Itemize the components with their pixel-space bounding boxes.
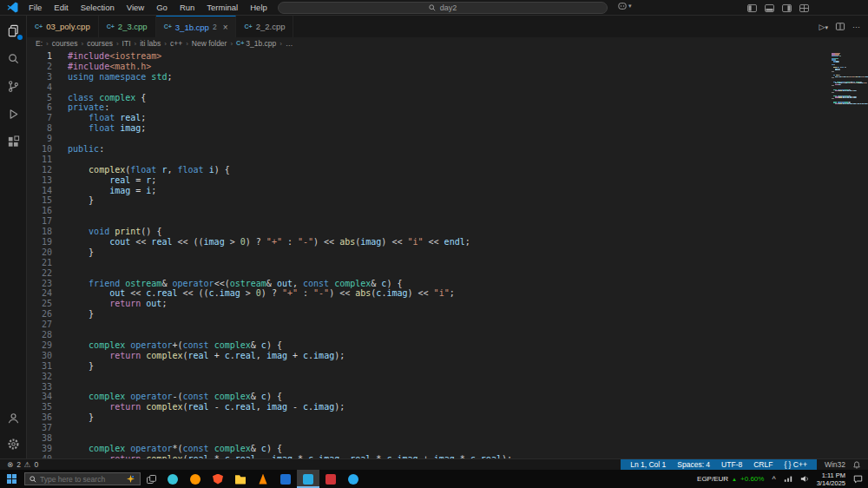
split-editor-icon[interactable]	[836, 23, 845, 30]
tab-2_2.cpp[interactable]: C+2_2.cpp	[236, 16, 293, 37]
line-number[interactable]: 16	[27, 206, 52, 216]
line-number[interactable]: 2	[27, 62, 52, 72]
line-number[interactable]: 30	[27, 351, 52, 361]
toggle-panel-icon[interactable]	[765, 4, 774, 12]
source-control-button[interactable]	[6, 79, 21, 94]
line-number[interactable]: 35	[27, 402, 52, 412]
problems-button[interactable]: ⊗ 2 ⚠ 0	[7, 460, 38, 469]
search-button[interactable]	[6, 51, 21, 66]
menu-run[interactable]: Run	[174, 0, 201, 16]
line-number[interactable]: 14	[27, 186, 52, 196]
line-number[interactable]: 10	[27, 144, 52, 155]
menu-terminal[interactable]: Terminal	[201, 0, 244, 16]
more-actions-icon[interactable]: ···	[852, 23, 860, 31]
line-number[interactable]: 37	[27, 423, 52, 433]
action-center-icon[interactable]	[853, 474, 863, 484]
line-number[interactable]: 18	[27, 227, 52, 237]
breadcrumb-item[interactable]: E:	[36, 39, 43, 48]
task-view-button[interactable]	[141, 470, 161, 488]
indentation[interactable]: Spaces: 4	[677, 460, 710, 469]
close-icon[interactable]: ×	[223, 23, 228, 32]
language-mode[interactable]: { } C++	[784, 460, 807, 469]
menu-view[interactable]: View	[121, 0, 150, 16]
breadcrumb-item[interactable]: ITI	[122, 39, 131, 48]
toggle-sidebar-icon[interactable]	[747, 4, 757, 12]
line-number[interactable]: 4	[27, 82, 52, 93]
code-area[interactable]: #include<iostream>#include<math.h>using …	[62, 49, 828, 458]
line-number[interactable]: 9	[27, 134, 52, 144]
taskbar-app-brave[interactable]	[207, 470, 229, 488]
line-number[interactable]: 13	[27, 175, 52, 186]
tab-03_poly.cpp[interactable]: C+03_poly.cpp	[27, 16, 99, 37]
breadcrumb-item[interactable]: courses	[87, 39, 113, 48]
account-button[interactable]	[6, 411, 21, 425]
line-number[interactable]: 5	[27, 93, 52, 103]
command-center-search[interactable]: day2	[278, 2, 608, 14]
volume-icon[interactable]	[800, 475, 809, 483]
start-button[interactable]	[0, 470, 23, 488]
breadcrumb-item[interactable]: New folder	[192, 39, 227, 48]
line-number[interactable]: 32	[27, 372, 52, 382]
line-number[interactable]: 8	[27, 123, 52, 134]
line-number[interactable]: 27	[27, 320, 52, 330]
run-file-button[interactable]: ▷▾	[819, 23, 828, 31]
network-icon[interactable]	[784, 475, 792, 483]
line-number[interactable]: 7	[27, 113, 52, 123]
line-number[interactable]: 31	[27, 361, 52, 372]
taskbar-app-vlc[interactable]	[252, 470, 274, 488]
line-number[interactable]: 11	[27, 155, 52, 165]
taskbar-search-input[interactable]	[40, 475, 123, 484]
hidden-icons-chevron[interactable]: ^	[772, 475, 775, 484]
line-number[interactable]: 3	[27, 72, 52, 82]
line-number[interactable]: 17	[27, 216, 52, 227]
toggle-secondary-sidebar-icon[interactable]	[782, 4, 792, 12]
taskbar-app-photos[interactable]	[319, 470, 342, 488]
tab-3_1b.cpp[interactable]: C+3_1b.cpp2×	[156, 16, 237, 37]
notifications-bell-icon[interactable]	[853, 461, 860, 469]
taskbar-clock[interactable]: 1:11 PM 3/14/2025	[817, 472, 845, 487]
eol-sequence[interactable]: CRLF	[753, 460, 773, 469]
line-number[interactable]: 22	[27, 268, 52, 279]
encoding[interactable]: UTF-8	[721, 460, 742, 469]
taskbar-search[interactable]	[24, 472, 141, 485]
cursor-position[interactable]: Ln 1, Col 1	[630, 460, 666, 469]
customize-layout-icon[interactable]	[799, 4, 809, 12]
line-number[interactable]: 24	[27, 288, 52, 299]
minimap[interactable]	[828, 49, 868, 458]
line-number[interactable]: 39	[27, 444, 52, 454]
line-number[interactable]: 21	[27, 258, 52, 268]
taskbar-app-vscode[interactable]	[297, 470, 319, 488]
menu-help[interactable]: Help	[244, 0, 273, 16]
cpp-configuration[interactable]: Win32	[825, 460, 845, 469]
menu-selection[interactable]: Selection	[75, 0, 121, 16]
run-debug-button[interactable]	[6, 107, 21, 122]
taskbar-app-edge[interactable]	[161, 470, 184, 488]
line-number[interactable]: 23	[27, 279, 52, 289]
breadcrumb-item[interactable]: courses	[52, 39, 78, 48]
extensions-button[interactable]	[6, 135, 21, 149]
breadcrumb-item[interactable]: …	[286, 39, 293, 48]
copilot-menu[interactable]: ▾	[618, 2, 632, 10]
line-number[interactable]: 38	[27, 433, 52, 444]
line-number[interactable]: 33	[27, 382, 52, 392]
breadcrumb-item[interactable]: c++	[170, 39, 182, 48]
taskbar-app-mail[interactable]	[274, 470, 297, 488]
taskbar-app-telegram[interactable]	[342, 470, 365, 488]
menu-file[interactable]: File	[23, 0, 48, 16]
line-number[interactable]: 36	[27, 412, 52, 423]
menu-edit[interactable]: Edit	[48, 0, 74, 16]
settings-button[interactable]	[6, 437, 21, 452]
line-number[interactable]: 26	[27, 309, 52, 320]
explorer-button[interactable]	[6, 23, 21, 38]
line-number[interactable]: 15	[27, 195, 52, 206]
line-number[interactable]: 28	[27, 330, 52, 340]
tab-2_3.cpp[interactable]: C+2_3.cpp	[99, 16, 156, 37]
breadcrumb-item[interactable]: C+3_1b.cpp	[236, 39, 276, 48]
line-number[interactable]: 25	[27, 299, 52, 309]
line-number[interactable]: 20	[27, 247, 52, 258]
breadcrumb-item[interactable]: iti labs	[140, 39, 161, 48]
line-number[interactable]: 12	[27, 165, 52, 175]
taskbar-app-file-explorer[interactable]	[229, 470, 252, 488]
menu-go[interactable]: Go	[150, 0, 174, 16]
line-number[interactable]: 6	[27, 102, 52, 113]
